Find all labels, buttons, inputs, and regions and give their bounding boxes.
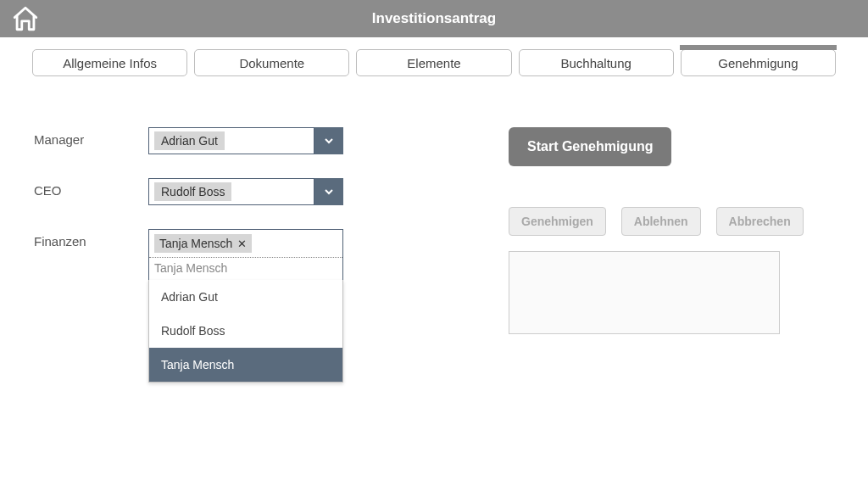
chevron-down-icon xyxy=(322,134,336,148)
label-finance: Finanzen xyxy=(34,229,148,249)
chevron-down-icon xyxy=(322,185,336,198)
dropdown-option[interactable]: Adrian Gut xyxy=(149,280,342,314)
select-chip: Rudolf Boss xyxy=(154,182,231,201)
dropdown-option[interactable]: Tanja Mensch xyxy=(149,348,342,382)
chip-label: Tanja Mensch xyxy=(159,237,232,250)
chip-remove-icon[interactable]: ✕ xyxy=(237,237,247,250)
home-icon xyxy=(11,4,40,33)
dropdown-list: Adrian Gut Rudolf Boss Tanja Mensch xyxy=(148,280,343,383)
tab-bar: Allgemeine Infos Dokumente Elemente Buch… xyxy=(0,37,868,76)
select-ceo[interactable]: Rudolf Boss xyxy=(148,178,343,205)
tab-label: Dokumente xyxy=(239,56,304,70)
dropdown-option[interactable]: Rudolf Boss xyxy=(149,314,342,348)
approval-actions-row: Genehmigen Ablehnen Abbrechen xyxy=(509,207,804,236)
tab-label: Buchhaltung xyxy=(561,56,632,70)
multiselect-selected-area: Tanja Mensch ✕ xyxy=(149,230,342,258)
start-approval-button[interactable]: Start Genehmigung xyxy=(509,127,671,166)
select-manager[interactable]: Adrian Gut xyxy=(148,127,343,154)
form-column: Manager Adrian Gut CEO Rudolf Boss xyxy=(34,127,373,334)
content-area: Manager Adrian Gut CEO Rudolf Boss xyxy=(0,76,868,334)
select-value-box: Adrian Gut xyxy=(148,127,314,154)
tab-label: Allgemeine Infos xyxy=(63,56,157,70)
select-value-box: Rudolf Boss xyxy=(148,178,314,205)
field-manager: Manager Adrian Gut xyxy=(34,127,373,154)
select-chip: Adrian Gut xyxy=(154,131,225,150)
tab-genehmigung[interactable]: Genehmigung xyxy=(681,49,836,76)
multiselect-chip: Tanja Mensch ✕ xyxy=(154,234,252,253)
label-manager: Manager xyxy=(34,127,148,147)
page-title: Investitionsantrag xyxy=(0,10,868,27)
home-button[interactable] xyxy=(8,2,42,36)
tab-dokumente[interactable]: Dokumente xyxy=(194,49,349,76)
select-caret-button[interactable] xyxy=(314,178,343,205)
field-ceo: CEO Rudolf Boss xyxy=(34,178,373,205)
tab-label: Genehmigung xyxy=(718,56,798,70)
label-ceo: CEO xyxy=(34,178,148,198)
multiselect-finance[interactable]: Tanja Mensch ✕ Tanja Mensch Adrian Gut R… xyxy=(148,229,343,281)
actions-column: Start Genehmigung Genehmigen Ablehnen Ab… xyxy=(373,127,834,334)
tab-buchhaltung[interactable]: Buchhaltung xyxy=(519,49,674,76)
app-header: Investitionsantrag xyxy=(0,0,868,37)
approve-button[interactable]: Genehmigen xyxy=(509,207,606,236)
cancel-button[interactable]: Abbrechen xyxy=(716,207,804,236)
tab-elemente[interactable]: Elemente xyxy=(356,49,511,76)
field-finance: Finanzen Tanja Mensch ✕ Tanja Mensch Adr… xyxy=(34,229,373,281)
reject-button[interactable]: Ablehnen xyxy=(621,207,701,236)
comment-textarea[interactable] xyxy=(509,251,780,334)
tab-label: Elemente xyxy=(407,56,460,70)
select-caret-button[interactable] xyxy=(314,127,343,154)
multiselect-input[interactable]: Tanja Mensch xyxy=(149,258,342,280)
tab-allgemeine-infos[interactable]: Allgemeine Infos xyxy=(32,49,187,76)
